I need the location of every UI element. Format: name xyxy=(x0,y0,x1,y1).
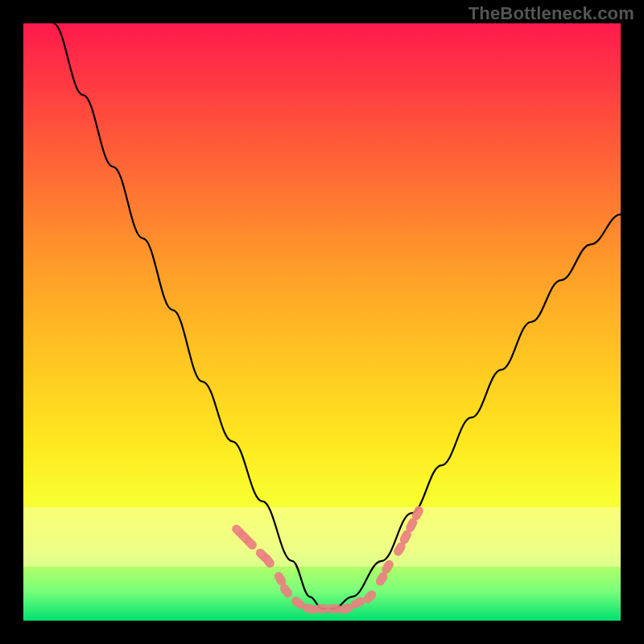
chart-svg xyxy=(23,23,621,621)
bottleneck-curve xyxy=(53,23,621,609)
watermark-text: TheBottleneck.com xyxy=(469,3,634,24)
dot-cluster xyxy=(230,505,425,615)
chart-frame xyxy=(23,23,621,621)
